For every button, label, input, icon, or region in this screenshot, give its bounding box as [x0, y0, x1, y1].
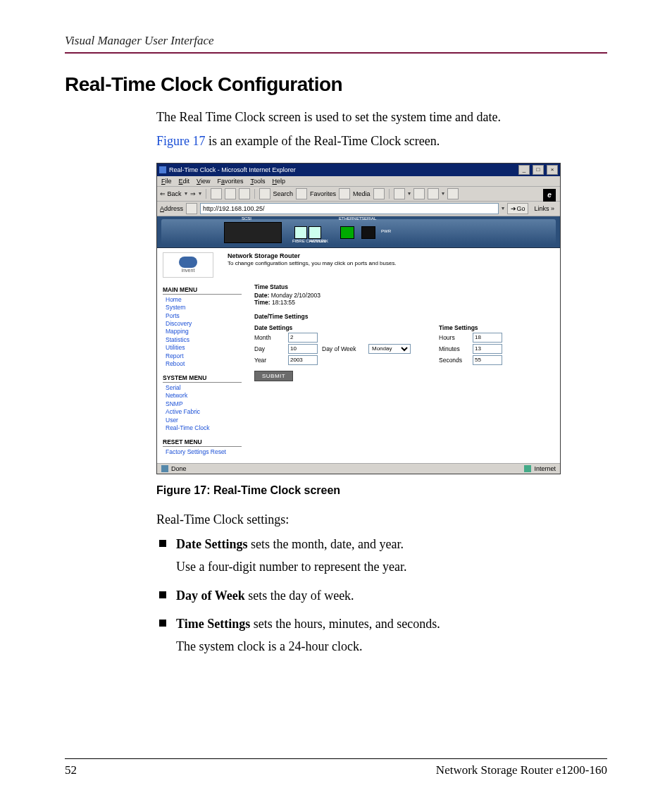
page-icon — [186, 203, 197, 214]
day-label: Day — [254, 345, 284, 352]
hours-label: Hours — [439, 334, 468, 341]
nav-discovery[interactable]: Discovery — [166, 320, 242, 328]
edit-dropdown-icon[interactable]: ▾ — [442, 190, 444, 197]
sidebar: MAIN MENU Home System Ports Discovery Ma… — [163, 281, 242, 457]
address-input[interactable] — [200, 203, 499, 214]
bullet-date-settings: Date Settings sets the month, date, and … — [156, 535, 607, 576]
nav-active-fabric[interactable]: Active Fabric — [166, 408, 242, 416]
minutes-input[interactable] — [473, 344, 502, 354]
back-button[interactable]: ⇐ Back — [160, 190, 182, 197]
toolbar: ⇐ Back ▾ ⇒ ▾ Search Favorites Media ▾ — [157, 187, 560, 202]
titlebar: Real-Time Clock - Microsoft Internet Exp… — [157, 164, 560, 176]
nav-system[interactable]: System — [166, 304, 242, 312]
refresh-icon[interactable] — [225, 188, 236, 199]
search-label[interactable]: Search — [273, 190, 294, 197]
favorites-label[interactable]: Favorites — [310, 190, 336, 197]
browser-window: Real-Time Clock - Microsoft Internet Exp… — [156, 163, 561, 475]
toolbar-separator — [206, 189, 206, 199]
doc-title: Network Storage Router e1200-160 — [436, 763, 607, 777]
hp-tagline: invent — [182, 268, 195, 273]
figure-caption: Figure 17: Real-Time Clock screen — [156, 484, 607, 497]
time-status-header: Time Status — [254, 283, 554, 290]
toolbar-separator — [389, 189, 390, 199]
links-button[interactable]: Links » — [531, 205, 557, 212]
page-footer: 52 Network Storage Router e1200-160 — [65, 758, 607, 777]
serial-port-icon[interactable] — [361, 226, 375, 239]
device-banner: SCSI FIBRE CHANNEL ACT/LINK ETHERNET SER… — [157, 216, 560, 248]
scsi-port-icon[interactable] — [224, 222, 282, 243]
nav-statistics[interactable]: Statistics — [166, 336, 242, 344]
dt-settings-header: Date/Time Settings — [254, 313, 554, 320]
discuss-icon[interactable] — [447, 188, 459, 199]
menu-favorites[interactable]: Favorites — [217, 178, 243, 185]
nav-ports[interactable]: Ports — [166, 312, 242, 320]
address-label: Address — [160, 205, 183, 212]
nav-utilities[interactable]: Utilities — [166, 344, 242, 352]
media-label[interactable]: Media — [353, 190, 371, 197]
edit-icon[interactable] — [428, 188, 439, 199]
label-serial: SERIAL — [361, 216, 376, 221]
media-icon[interactable] — [339, 188, 350, 199]
go-button[interactable]: ➔ Go — [507, 203, 528, 214]
mail-dropdown-icon[interactable]: ▾ — [408, 190, 411, 197]
hp-logo-box: invent — [163, 252, 213, 278]
back-dropdown-icon[interactable]: ▾ — [185, 190, 187, 197]
fibre-port-icon[interactable] — [294, 226, 307, 239]
mail-icon[interactable] — [394, 188, 405, 199]
act-link-icon[interactable] — [309, 226, 321, 239]
content-subtitle: To change configuration settings, you ma… — [228, 260, 397, 266]
date-settings-header: Date Settings — [254, 324, 411, 331]
close-button[interactable]: × — [547, 165, 558, 175]
home-icon[interactable] — [239, 188, 250, 199]
search-icon[interactable] — [259, 188, 270, 199]
menu-view[interactable]: View — [197, 178, 210, 185]
nav-user[interactable]: User — [166, 417, 242, 424]
figure-17: Real-Time Clock - Microsoft Internet Exp… — [156, 163, 607, 475]
time-status-date: Date: Monday 2/10/2003 — [254, 292, 554, 299]
submit-button[interactable]: SUBMIT — [254, 371, 293, 381]
main-menu-header: MAIN MENU — [163, 286, 242, 295]
menu-help[interactable]: Help — [272, 178, 285, 185]
stop-icon[interactable] — [211, 188, 222, 199]
hours-input[interactable] — [473, 333, 502, 343]
nav-snmp[interactable]: SNMP — [166, 400, 242, 408]
bullet-time-sub: The system clock is a 24-hour clock. — [176, 637, 607, 655]
intro-p2-rest: is an example of the Real-Time Clock scr… — [206, 134, 440, 148]
time-settings-header: Time Settings — [439, 324, 502, 331]
nav-factory-reset[interactable]: Factory Settings Reset — [166, 448, 242, 456]
maximize-button[interactable]: □ — [533, 165, 544, 175]
ie-logo-icon: e — [543, 189, 556, 202]
main-panel: Time Status Date: Monday 2/10/2003 Time:… — [254, 281, 554, 457]
seconds-input[interactable] — [473, 355, 502, 365]
nav-rtc[interactable]: Real-Time Clock — [166, 424, 242, 432]
minimize-button[interactable]: _ — [518, 165, 530, 175]
menu-file[interactable]: File — [161, 178, 172, 185]
menu-edit[interactable]: Edit — [179, 178, 190, 185]
seconds-label: Seconds — [439, 357, 468, 364]
time-settings-col: Time Settings Hours Minutes Seconds — [439, 321, 502, 366]
figure-link[interactable]: Figure 17 — [156, 134, 206, 148]
year-input[interactable] — [288, 355, 318, 365]
dow-select[interactable]: Monday — [368, 344, 411, 354]
month-input[interactable] — [288, 333, 318, 343]
print-icon[interactable] — [413, 188, 425, 199]
nav-mapping[interactable]: Mapping — [166, 328, 242, 335]
menu-tools[interactable]: Tools — [250, 178, 265, 185]
running-head: Visual Manager User Interface — [65, 34, 607, 48]
history-icon[interactable] — [373, 188, 385, 199]
forward-dropdown-icon[interactable]: ▾ — [199, 190, 201, 197]
nav-serial[interactable]: Serial — [166, 384, 242, 392]
favorites-icon[interactable] — [296, 188, 307, 199]
label-scsi: SCSI — [242, 216, 251, 221]
day-input[interactable] — [288, 344, 318, 354]
nav-report[interactable]: Report — [166, 352, 242, 360]
forward-button[interactable]: ⇒ — [190, 190, 196, 197]
nav-reboot[interactable]: Reboot — [166, 360, 242, 368]
nav-network[interactable]: Network — [166, 392, 242, 400]
year-label: Year — [254, 357, 284, 364]
ethernet-port-icon[interactable] — [340, 226, 354, 239]
bullet-date-sub: Use a four-digit number to represent the… — [176, 557, 607, 576]
nav-home[interactable]: Home — [166, 296, 242, 304]
page-title: Real-Time Clock Configuration — [65, 73, 607, 96]
address-dropdown-icon[interactable]: ▾ — [502, 205, 504, 211]
